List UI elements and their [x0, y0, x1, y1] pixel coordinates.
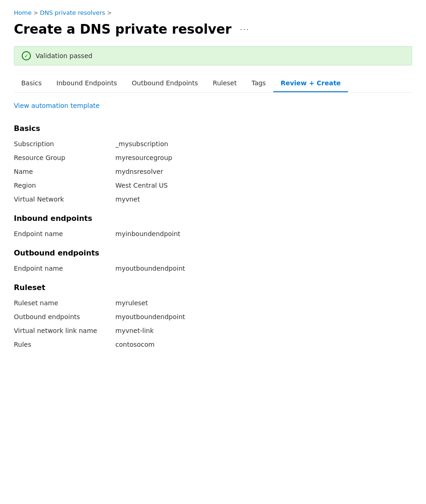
outbound-endpoint-name-value: myoutboundendpoint — [115, 265, 412, 272]
page-container: Home > DNS private resolvers > Create a … — [0, 0, 426, 378]
basics-detail-grid: Subscription _mysubscription Resource Gr… — [14, 140, 412, 203]
inbound-endpoint-name-value: myinboundendpoint — [115, 230, 412, 237]
ruleset-name-value: myruleset — [115, 299, 412, 307]
tab-tags[interactable]: Tags — [244, 75, 273, 92]
resource-group-value: myresourcegroup — [115, 154, 412, 161]
ruleset-section: Ruleset Ruleset name myruleset Outbound … — [14, 283, 412, 348]
resource-group-label: Resource Group — [14, 154, 115, 161]
basics-section: Basics Subscription _mysubscription Reso… — [14, 124, 412, 203]
breadcrumb: Home > DNS private resolvers > — [14, 9, 412, 16]
breadcrumb-dns-resolvers[interactable]: DNS private resolvers — [40, 9, 105, 16]
validation-icon: ✓ — [22, 51, 31, 60]
basics-section-title: Basics — [14, 124, 412, 133]
ruleset-section-title: Ruleset — [14, 283, 412, 292]
subscription-label: Subscription — [14, 140, 115, 148]
outbound-endpoints-section: Outbound endpoints Endpoint name myoutbo… — [14, 249, 412, 272]
breadcrumb-sep1: > — [33, 10, 38, 16]
subscription-value: _mysubscription — [115, 140, 412, 148]
inbound-endpoints-grid: Endpoint name myinboundendpoint — [14, 230, 412, 237]
ruleset-name-label: Ruleset name — [14, 299, 115, 307]
ruleset-outbound-endpoints-label: Outbound endpoints — [14, 313, 115, 320]
outbound-endpoints-title: Outbound endpoints — [14, 249, 412, 257]
virtual-network-link-name-value: myvnet-link — [115, 327, 412, 334]
page-title-row: Create a DNS private resolver ··· — [14, 22, 412, 37]
ruleset-outbound-endpoints-value: myoutboundendpoint — [115, 313, 412, 320]
inbound-endpoint-name-label: Endpoint name — [14, 230, 115, 237]
tab-ruleset[interactable]: Ruleset — [205, 75, 244, 92]
virtual-network-link-name-label: Virtual network link name — [14, 327, 115, 334]
inbound-endpoints-title: Inbound endpoints — [14, 214, 412, 223]
virtual-network-value: myvnet — [115, 196, 412, 203]
tab-outbound-endpoints[interactable]: Outbound Endpoints — [125, 75, 206, 92]
name-value: mydnsresolver — [115, 168, 412, 175]
tab-basics[interactable]: Basics — [14, 75, 49, 92]
outbound-endpoints-grid: Endpoint name myoutboundendpoint — [14, 265, 412, 272]
tabs-container: Basics Inbound Endpoints Outbound Endpoi… — [14, 75, 412, 93]
check-icon: ✓ — [24, 53, 28, 59]
page-title: Create a DNS private resolver — [14, 22, 232, 37]
name-label: Name — [14, 168, 115, 175]
region-label: Region — [14, 182, 115, 189]
region-value: West Central US — [115, 182, 412, 189]
validation-text: Validation passed — [36, 52, 92, 59]
breadcrumb-home[interactable]: Home — [14, 9, 31, 16]
tab-review-create[interactable]: Review + Create — [273, 75, 348, 92]
breadcrumb-sep2: > — [107, 10, 112, 16]
validation-banner: ✓ Validation passed — [14, 46, 412, 65]
outbound-endpoint-name-label: Endpoint name — [14, 265, 115, 272]
ruleset-detail-grid: Ruleset name myruleset Outbound endpoint… — [14, 299, 412, 348]
rules-value: contosocom — [115, 341, 412, 348]
virtual-network-label: Virtual Network — [14, 196, 115, 203]
view-automation-template-link[interactable]: View automation template — [14, 102, 100, 109]
ellipsis-button[interactable]: ··· — [237, 24, 252, 35]
rules-label: Rules — [14, 341, 115, 348]
tab-inbound-endpoints[interactable]: Inbound Endpoints — [49, 75, 124, 92]
inbound-endpoints-section: Inbound endpoints Endpoint name myinboun… — [14, 214, 412, 237]
